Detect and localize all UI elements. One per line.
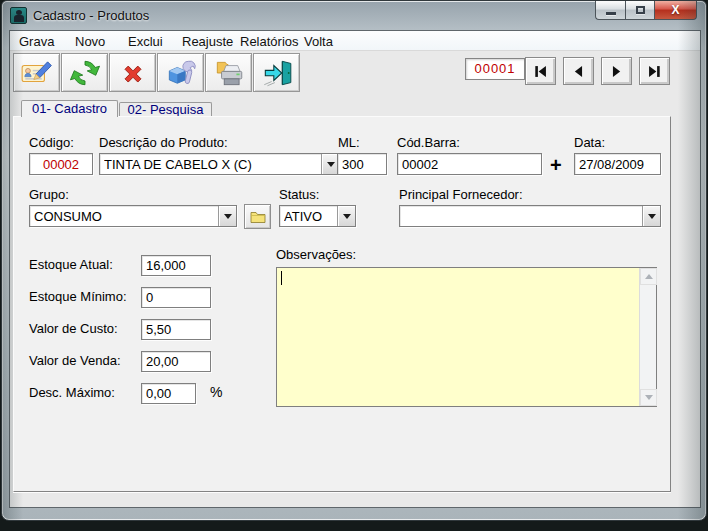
- exit-door-icon: [260, 57, 294, 89]
- previous-record-icon: [572, 65, 585, 78]
- folder-icon: [250, 210, 266, 223]
- client-area: Grava Novo Exclui Reajuste Relatórios Vo…: [9, 30, 701, 508]
- menu-grava[interactable]: Grava: [16, 33, 57, 50]
- close-button[interactable]: X: [655, 1, 697, 20]
- valor-venda-label: Valor de Venda:: [29, 353, 121, 368]
- valor-custo-label: Valor de Custo:: [29, 321, 118, 336]
- status-input[interactable]: [280, 206, 337, 226]
- data-input[interactable]: [575, 154, 660, 174]
- app-icon: [10, 7, 27, 24]
- arrow-down-icon: [645, 395, 653, 400]
- menu-volta[interactable]: Volta: [301, 33, 336, 50]
- observacoes-textarea[interactable]: [277, 268, 640, 406]
- descricao-input[interactable]: [100, 154, 321, 174]
- refresh-arrows-icon: [68, 57, 102, 89]
- observacoes-scrollbar[interactable]: [639, 268, 656, 406]
- print-button[interactable]: [205, 53, 252, 92]
- observacoes-fieldbox: [276, 267, 657, 407]
- tools-button[interactable]: [157, 53, 204, 92]
- plus-sign: +: [550, 154, 562, 177]
- codigo-label: Código:: [29, 135, 74, 150]
- cod-barra-input[interactable]: [398, 154, 541, 174]
- printer-icon: [212, 57, 246, 89]
- cod-barra-label: Cód.Barra:: [397, 135, 460, 150]
- chevron-down-icon: [224, 214, 232, 219]
- last-record-icon: [648, 65, 661, 78]
- text-caret: [281, 271, 282, 285]
- first-record-button[interactable]: [525, 57, 556, 85]
- refresh-button[interactable]: [61, 53, 108, 92]
- window-title: Cadastro - Produtos: [33, 8, 149, 23]
- desc-maximo-label: Desc. Máximo:: [29, 385, 115, 400]
- last-record-button[interactable]: [639, 57, 670, 85]
- box-wrench-icon: [164, 57, 198, 89]
- estoque-minimo-input[interactable]: [142, 288, 210, 307]
- minimize-icon: [606, 12, 616, 15]
- scroll-up-button[interactable]: [640, 268, 657, 285]
- estoque-atual-label: Estoque Atual:: [29, 257, 113, 272]
- valor-custo-input[interactable]: [142, 320, 210, 339]
- valor-venda-input[interactable]: [142, 352, 210, 371]
- chevron-down-icon: [327, 162, 335, 167]
- maximize-icon: [636, 6, 645, 14]
- fornecedor-combobox: [399, 205, 661, 227]
- data-label: Data:: [574, 135, 605, 150]
- close-icon: X: [671, 3, 679, 17]
- arrow-up-icon: [645, 274, 653, 279]
- codigo-fieldbox: [29, 153, 93, 175]
- chevron-down-icon: [343, 214, 351, 219]
- menu-reajuste[interactable]: Reajuste: [179, 33, 236, 50]
- descricao-combobox: [99, 153, 340, 175]
- save-record-button[interactable]: [13, 53, 60, 92]
- tab-pesquisa[interactable]: 02- Pesquisa: [119, 102, 212, 116]
- codigo-input[interactable]: [30, 154, 92, 174]
- status-combobox: [279, 205, 356, 227]
- ml-fieldbox: [337, 153, 387, 175]
- desc-maximo-input[interactable]: [142, 384, 195, 403]
- minimize-button[interactable]: [595, 1, 625, 20]
- window-controls: X: [595, 1, 697, 20]
- next-record-icon: [610, 65, 623, 78]
- scroll-down-button[interactable]: [640, 389, 657, 406]
- data-fieldbox: [574, 153, 661, 175]
- status-dropdown-button[interactable]: [337, 206, 355, 226]
- menu-relatorios[interactable]: Relatórios: [237, 33, 302, 50]
- observacoes-label: Observações:: [276, 247, 356, 262]
- valor-venda-fieldbox: [141, 351, 211, 372]
- fornecedor-input[interactable]: [400, 206, 642, 226]
- app-window: Cadastro - Produtos X Grava Novo Exclui …: [1, 0, 707, 521]
- grupo-input[interactable]: [30, 206, 218, 226]
- cod-barra-fieldbox: [397, 153, 542, 175]
- maximize-button[interactable]: [625, 1, 655, 20]
- first-record-icon: [534, 65, 547, 78]
- card-pencil-icon: [20, 57, 54, 89]
- tab-cadastro[interactable]: 01- Cadastro: [21, 100, 118, 117]
- fornecedor-dropdown-button[interactable]: [642, 206, 660, 226]
- previous-record-button[interactable]: [563, 57, 594, 85]
- estoque-atual-fieldbox: [141, 255, 211, 276]
- red-x-icon: [116, 57, 150, 89]
- desc-maximo-fieldbox: [141, 383, 196, 404]
- ml-input[interactable]: [338, 154, 386, 174]
- estoque-atual-input[interactable]: [142, 256, 210, 275]
- next-record-button[interactable]: [601, 57, 632, 85]
- grupo-dropdown-button[interactable]: [218, 206, 236, 226]
- percent-sign: %: [210, 384, 222, 400]
- ml-label: ML:: [338, 135, 360, 150]
- delete-button[interactable]: [109, 53, 156, 92]
- menu-exclui[interactable]: Exclui: [125, 33, 166, 50]
- menu-novo[interactable]: Novo: [72, 33, 108, 50]
- grupo-combobox: [29, 205, 237, 227]
- valor-custo-fieldbox: [141, 319, 211, 340]
- exit-button[interactable]: [253, 53, 300, 92]
- estoque-minimo-label: Estoque Mínimo:: [29, 289, 127, 304]
- chevron-down-icon: [648, 214, 656, 219]
- grupo-label: Grupo:: [29, 187, 69, 202]
- grupo-folder-button[interactable]: [244, 204, 271, 229]
- estoque-minimo-fieldbox: [141, 287, 211, 308]
- cadastro-panel: Código: Descrição do Produto: ML: Cód.Ba…: [13, 116, 671, 492]
- descricao-label: Descrição do Produto:: [99, 135, 228, 150]
- menubar: Grava Novo Exclui Reajuste Relatórios Vo…: [10, 31, 700, 51]
- fornecedor-label: Principal Fornecedor:: [399, 187, 523, 202]
- record-counter: 00001: [465, 58, 525, 80]
